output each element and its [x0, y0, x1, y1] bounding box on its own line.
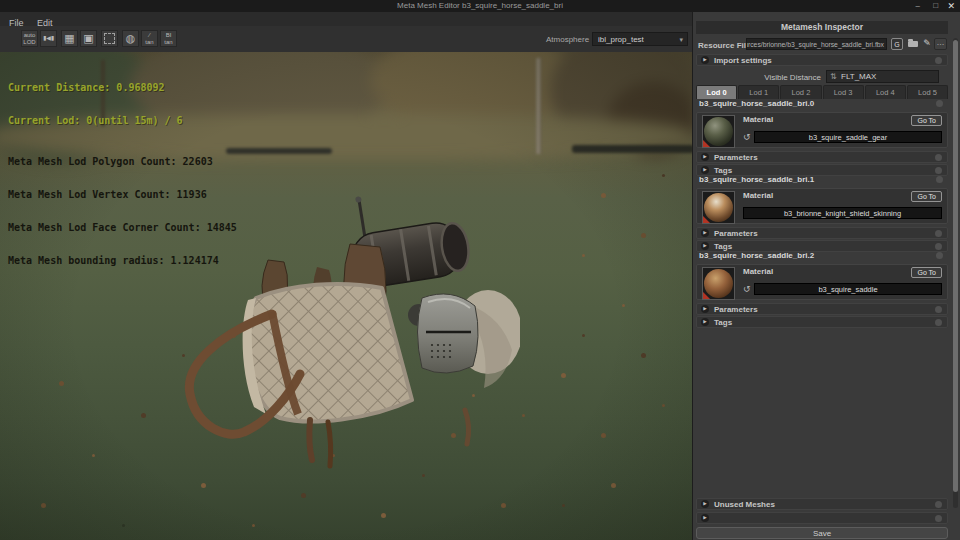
resource-file-path: /Rodric/AssetSources/brionne/b3_squire_h…: [746, 39, 884, 49]
mesh-name: b3_squire_horse_saddle_bri.0: [699, 98, 814, 110]
debug-overlay: Current Distance: 0.968092 Current Lod: …: [8, 60, 237, 288]
lod-tabs: Lod 0 Lod 1 Lod 2 Lod 3 Lod 4 Lod 5: [696, 85, 948, 99]
expand-arrow-icon[interactable]: ▶: [701, 500, 709, 508]
debug-bounding-radius: Meta Mesh bounding radius: 1.124174: [8, 255, 237, 266]
material-label: Material: [743, 267, 773, 276]
maximize-button[interactable]: □: [933, 1, 938, 10]
mesh-name: b3_squire_horse_saddle_bri.2: [699, 250, 814, 262]
frame-bars-button[interactable]: ▮◀▮: [40, 30, 57, 47]
material-label: Material: [743, 191, 773, 200]
window-title: Meta Mesh Editor b3_squire_horse_saddle_…: [0, 1, 960, 10]
tab-lod-2[interactable]: Lod 2: [780, 85, 821, 99]
expand-arrow-icon[interactable]: ▶: [701, 242, 709, 250]
parameters-row[interactable]: ▶ Parameters: [696, 151, 948, 163]
material-thumbnail[interactable]: [702, 267, 735, 300]
material-thumbnail[interactable]: [702, 191, 735, 224]
scrollbar-thumb[interactable]: [953, 40, 958, 492]
import-settings-row[interactable]: ▶ Import settings: [696, 54, 948, 66]
save-button[interactable]: Save: [696, 527, 948, 539]
toggle-circle[interactable]: [935, 515, 942, 522]
browse-button[interactable]: …: [934, 38, 947, 50]
expand-arrow-icon[interactable]: ▶: [701, 166, 709, 174]
unused-meshes-row[interactable]: ▶ Unused Meshes: [696, 498, 948, 510]
grid-button[interactable]: ▦: [61, 30, 78, 47]
panel-scrollbar[interactable]: [953, 38, 958, 508]
visible-distance-label: Visible Distance: [693, 73, 821, 82]
go-to-button[interactable]: Go To: [911, 115, 942, 126]
toggle-circle[interactable]: [935, 243, 942, 250]
screen-button[interactable]: ▣: [80, 30, 97, 47]
atmosphere-select[interactable]: ibl_prop_test ▾: [592, 32, 688, 46]
wire-sphere-button[interactable]: ◍: [122, 30, 139, 47]
mesh-section-body: Material Go To ↺ b3_squire_saddle: [696, 264, 948, 300]
selection-frame-icon: [104, 33, 115, 44]
chevron-down-icon: ▾: [679, 33, 683, 47]
spinner-icon[interactable]: ⇅: [830, 71, 837, 82]
selection-frame-button[interactable]: [101, 30, 118, 47]
visible-distance-field[interactable]: ⇅ FLT_MAX: [826, 70, 939, 83]
unused-meshes-label: Unused Meshes: [714, 499, 775, 510]
close-button[interactable]: ✕: [947, 1, 955, 11]
toggle-circle[interactable]: [935, 167, 942, 174]
material-name-field[interactable]: b3_brionne_knight_shield_skinning: [743, 207, 942, 219]
debug-vertex-count: Meta Mesh Lod Vertex Count: 11936: [8, 189, 237, 200]
tab-lod-3[interactable]: Lod 3: [823, 85, 864, 99]
toggle-circle[interactable]: [935, 501, 942, 508]
expand-arrow-icon[interactable]: ▶: [701, 56, 709, 64]
toggle-circle[interactable]: [935, 57, 942, 64]
viewport-3d[interactable]: Current Distance: 0.968092 Current Lod: …: [0, 52, 692, 540]
debug-current-distance: Current Distance: 0.968092: [8, 82, 237, 93]
go-to-button[interactable]: Go To: [911, 267, 942, 278]
auto-lod-button[interactable]: auto LOD: [21, 30, 38, 47]
edit-path-button[interactable]: ✎: [922, 37, 932, 49]
expand-arrow-icon[interactable]: ▶: [701, 318, 709, 326]
expand-arrow-icon[interactable]: ▶: [701, 153, 709, 161]
material-name-field[interactable]: b3_squire_saddle_gear: [754, 131, 942, 143]
mesh-section-header[interactable]: b3_squire_horse_saddle_bri.0: [696, 98, 948, 110]
mesh-section-header[interactable]: b3_squire_horse_saddle_bri.2: [696, 250, 948, 262]
expand-arrow-icon[interactable]: ▶: [701, 514, 709, 522]
debug-current-lod: Current Lod: 0(until 15m) / 6: [8, 115, 237, 126]
toggle-circle[interactable]: [936, 176, 943, 183]
minimize-button[interactable]: –: [916, 1, 920, 10]
tab-lod-0[interactable]: Lod 0: [696, 85, 737, 99]
tab-lod-4[interactable]: Lod 4: [865, 85, 906, 99]
titlebar: Meta Mesh Editor b3_squire_horse_saddle_…: [0, 0, 960, 12]
toggle-circle[interactable]: [936, 252, 943, 259]
tab-lod-5[interactable]: Lod 5: [907, 85, 948, 99]
refresh-icon[interactable]: ↺: [743, 131, 751, 143]
parameters-row[interactable]: ▶ Parameters: [696, 227, 948, 239]
expand-arrow-icon[interactable]: ▶: [701, 229, 709, 237]
tags-label: Tags: [714, 317, 732, 328]
collapsed-empty-row[interactable]: ▶: [696, 512, 948, 524]
toggle-circle[interactable]: [935, 230, 942, 237]
atmosphere-label: Atmosphere: [546, 35, 589, 44]
tangent-button[interactable]: ∕ tan: [141, 30, 158, 47]
parameters-label: Parameters: [714, 304, 758, 315]
g-button[interactable]: G: [891, 38, 903, 50]
resource-file-label: Resource File: [698, 41, 750, 50]
folder-icon: [908, 41, 918, 47]
open-folder-button[interactable]: [906, 38, 920, 50]
parameters-label: Parameters: [714, 228, 758, 239]
app-window: Meta Mesh Editor b3_squire_horse_saddle_…: [0, 0, 960, 540]
toggle-circle[interactable]: [935, 154, 942, 161]
resource-file-path-field[interactable]: /Rodric/AssetSources/brionne/b3_squire_h…: [746, 38, 887, 50]
mesh-section-body: Material Go To b3_brionne_knight_shield_…: [696, 188, 948, 224]
material-name-field[interactable]: b3_squire_saddle: [754, 283, 942, 295]
material-label: Material: [743, 115, 773, 124]
refresh-icon[interactable]: ↺: [743, 283, 751, 295]
toggle-circle[interactable]: [935, 306, 942, 313]
material-thumbnail[interactable]: [702, 115, 735, 148]
mesh-section-header[interactable]: b3_squire_horse_saddle_bri.1: [696, 174, 948, 186]
go-to-button[interactable]: Go To: [911, 191, 942, 202]
tab-lod-1[interactable]: Lod 1: [738, 85, 779, 99]
parameters-row[interactable]: ▶ Parameters: [696, 303, 948, 315]
bitangent-button[interactable]: BI tan: [160, 30, 177, 47]
expand-arrow-icon[interactable]: ▶: [701, 305, 709, 313]
metamesh-inspector-panel: Metamesh Inspector Resource File /Rodric…: [692, 12, 960, 540]
toggle-circle[interactable]: [935, 319, 942, 326]
toggle-circle[interactable]: [936, 100, 943, 107]
tags-row[interactable]: ▶ Tags: [696, 316, 948, 328]
parameters-label: Parameters: [714, 152, 758, 163]
